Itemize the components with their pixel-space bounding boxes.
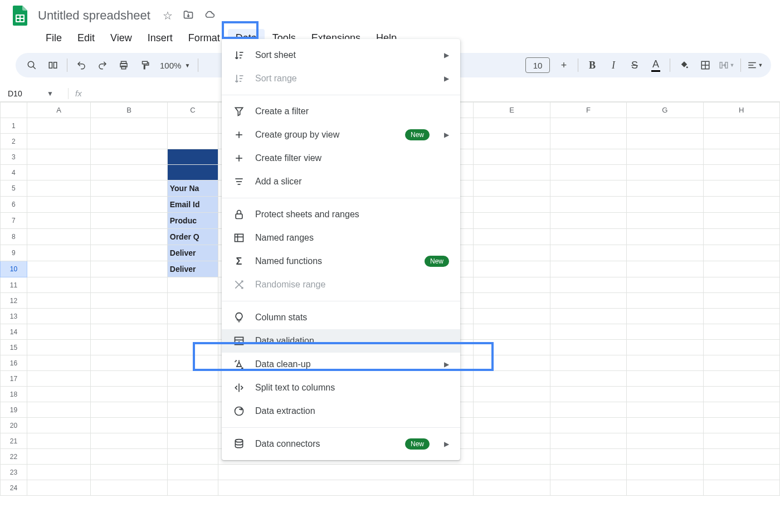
menu-item-named-functions[interactable]: ΣNamed functionsNew	[222, 250, 460, 273]
print-icon[interactable]	[114, 56, 133, 75]
menu-item-named-ranges[interactable]: Named ranges	[222, 226, 460, 250]
row-header[interactable]: 6	[1, 197, 27, 213]
cell[interactable]	[627, 371, 703, 387]
cell[interactable]	[167, 324, 218, 340]
cell[interactable]	[627, 293, 703, 309]
cell[interactable]	[474, 355, 550, 371]
cell[interactable]	[167, 340, 218, 355]
cell[interactable]	[550, 134, 626, 149]
cell[interactable]	[627, 433, 703, 449]
cell[interactable]	[27, 387, 91, 402]
sheets-logo[interactable]	[9, 4, 31, 27]
cell[interactable]	[27, 465, 91, 480]
fill-color-icon[interactable]	[675, 56, 694, 75]
text-color-icon[interactable]: A	[646, 56, 665, 75]
menu-item-create-group-by-view[interactable]: Create group by viewNew▶	[222, 123, 460, 147]
cell[interactable]	[27, 309, 91, 324]
cell[interactable]: Order Q	[167, 229, 218, 245]
cell[interactable]	[167, 293, 218, 309]
cell[interactable]	[167, 309, 218, 324]
col-header[interactable]: H	[703, 103, 779, 118]
row-header[interactable]: 7	[1, 213, 27, 229]
cell[interactable]	[91, 433, 167, 449]
cell[interactable]	[474, 245, 550, 261]
menu-item-data-connectors[interactable]: Data connectorsNew▶	[222, 432, 460, 456]
col-header[interactable]: B	[91, 103, 167, 118]
cell[interactable]	[703, 197, 779, 213]
cell[interactable]	[550, 418, 626, 433]
row-header[interactable]: 18	[1, 387, 27, 402]
cell[interactable]	[550, 324, 626, 340]
cell[interactable]	[167, 355, 218, 371]
col-header[interactable]: G	[627, 103, 703, 118]
search-menus-icon[interactable]	[22, 56, 41, 75]
cell[interactable]	[474, 402, 550, 418]
menu-item-split-text-to-columns[interactable]: Split text to columns	[222, 376, 460, 399]
row-header[interactable]: 2	[1, 134, 27, 149]
cell[interactable]	[627, 465, 703, 480]
cell[interactable]	[474, 449, 550, 465]
cloud-status-icon[interactable]	[204, 9, 215, 23]
cell[interactable]	[703, 433, 779, 449]
increase-font-icon[interactable]: +	[554, 56, 573, 75]
row-header[interactable]: 8	[1, 229, 27, 245]
cell[interactable]	[627, 324, 703, 340]
select-all-corner[interactable]	[1, 103, 27, 118]
menu-item-add-a-slicer[interactable]: Add a slicer	[222, 170, 460, 193]
row-header[interactable]: 19	[1, 402, 27, 418]
cell[interactable]	[27, 402, 91, 418]
cell[interactable]	[27, 449, 91, 465]
cell[interactable]	[703, 309, 779, 324]
cell[interactable]	[474, 465, 550, 480]
cell[interactable]	[474, 418, 550, 433]
font-size-input[interactable]: 10	[525, 57, 550, 73]
cell[interactable]	[550, 261, 626, 277]
col-header[interactable]: F	[550, 103, 626, 118]
cell[interactable]	[27, 165, 91, 180]
menu-item-sort-sheet[interactable]: Sort sheet▶	[222, 43, 460, 67]
row-header[interactable]: 15	[1, 340, 27, 355]
cell[interactable]	[474, 149, 550, 165]
cell[interactable]	[703, 213, 779, 229]
row-header[interactable]: 20	[1, 418, 27, 433]
row-header[interactable]: 16	[1, 355, 27, 371]
cell[interactable]	[627, 229, 703, 245]
cell[interactable]	[550, 277, 626, 293]
cell[interactable]	[91, 245, 167, 261]
cell[interactable]	[627, 340, 703, 355]
row-header[interactable]: 17	[1, 371, 27, 387]
cell[interactable]	[550, 371, 626, 387]
menu-item-protect-sheets-and-ranges[interactable]: Protect sheets and ranges	[222, 203, 460, 226]
cell[interactable]	[474, 371, 550, 387]
cell[interactable]	[91, 402, 167, 418]
cell[interactable]	[703, 371, 779, 387]
cell[interactable]	[91, 449, 167, 465]
cell[interactable]	[91, 340, 167, 355]
cell[interactable]	[550, 293, 626, 309]
row-header[interactable]: 14	[1, 324, 27, 340]
cell[interactable]	[703, 355, 779, 371]
cell[interactable]	[703, 229, 779, 245]
cell[interactable]	[703, 418, 779, 433]
cell[interactable]	[627, 213, 703, 229]
row-header[interactable]: 13	[1, 309, 27, 324]
merge-cells-icon[interactable]: ▼	[717, 56, 736, 75]
cell[interactable]	[167, 418, 218, 433]
cell[interactable]	[703, 449, 779, 465]
cell[interactable]	[27, 261, 91, 277]
cell[interactable]	[550, 449, 626, 465]
cell[interactable]	[91, 149, 167, 165]
menu-item-data-extraction[interactable]: Data extraction	[222, 399, 460, 423]
bold-icon[interactable]: B	[583, 56, 602, 75]
row-header[interactable]: 9	[1, 245, 27, 261]
cell[interactable]	[627, 165, 703, 180]
menu-edit[interactable]: Edit	[70, 29, 103, 47]
menu-format[interactable]: Format	[181, 29, 228, 47]
cell[interactable]	[703, 118, 779, 134]
cell[interactable]	[627, 245, 703, 261]
cell[interactable]	[703, 340, 779, 355]
cell[interactable]	[91, 118, 167, 134]
cell[interactable]: Deliver	[167, 245, 218, 261]
cell[interactable]	[167, 149, 218, 165]
italic-icon[interactable]: I	[604, 56, 623, 75]
